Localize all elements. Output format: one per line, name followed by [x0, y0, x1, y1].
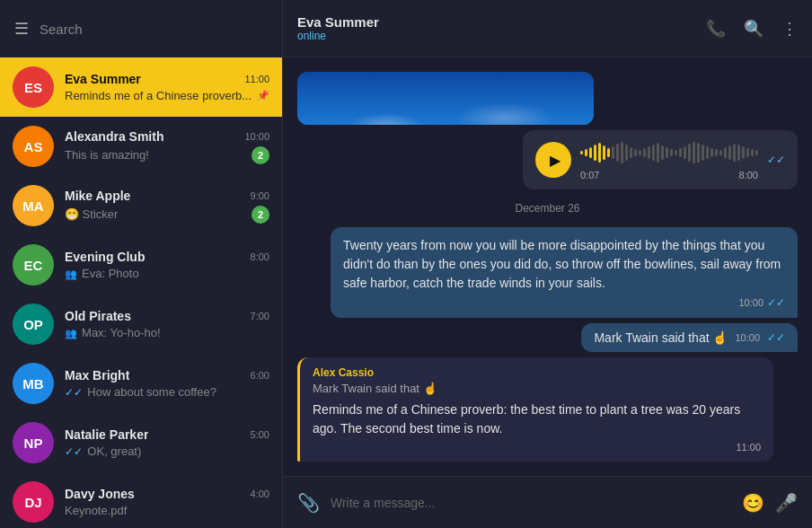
waveform-bar-38 [751, 149, 754, 156]
avatar-alexandra: AS [13, 126, 54, 167]
chat-time-natalie: 5:00 [251, 429, 269, 440]
chat-name-alexandra: Alexandra Smith [65, 129, 163, 144]
waveform-bar-39 [755, 150, 758, 155]
avatar-evening: EC [13, 244, 54, 286]
waveform-bar-7 [612, 146, 614, 159]
avatar-mike: MA [13, 185, 54, 226]
avatar-davy: DJ [13, 481, 54, 523]
avatar-natalie: NP [13, 422, 54, 463]
sidebar: ☰ ESEva Summer11:00Reminds me of a Chine… [0, 0, 283, 528]
chat-time-eva: 11:00 [244, 74, 269, 84]
waveform-bar-10 [625, 145, 628, 161]
chat-item-eva[interactable]: ESEva Summer11:00Reminds me of a Chinese… [0, 57, 282, 117]
play-icon: ▶ [550, 152, 560, 169]
chat-item-natalie[interactable]: NPNatalie Parker5:00✓✓ OK, great) [0, 413, 282, 472]
image-clouds [297, 90, 594, 125]
incoming-text: Reminds me of a Chinese proverb: the bes… [313, 400, 761, 438]
avatar-pirates: OP [13, 304, 54, 345]
audio-current-time: 0:07 [580, 170, 599, 180]
audio-message: ▶ 0:07 8:00 ✓✓ [523, 130, 798, 189]
badge-alexandra: 2 [252, 146, 269, 164]
outgoing-message-long: Twenty years from now you will be more d… [331, 227, 798, 318]
waveform-bar-16 [652, 145, 655, 161]
waveform-bar-0 [580, 151, 583, 154]
chat-item-max[interactable]: MBMax Bright6:00✓✓ How about some coffee… [0, 354, 282, 413]
waveform-bar-18 [661, 145, 664, 160]
messages: Nearly missed this sunrise 7:00 ▶ 0:07 8… [283, 57, 812, 476]
tick-icon-natalie: ✓✓ [65, 445, 85, 458]
waveform-bar-22 [679, 148, 682, 157]
waveform-bar-3 [594, 145, 596, 161]
chat-item-evening[interactable]: ECEvening Club8:00👥 Eva: Photo [0, 235, 282, 295]
waveform-bars [580, 139, 758, 166]
chat-name-natalie: Natalie Parker [65, 427, 148, 442]
search-header-icon[interactable]: 🔍 [744, 19, 763, 39]
chat-header-status: online [297, 30, 706, 42]
audio-total-time: 8:00 [739, 170, 758, 180]
phone-icon[interactable]: 📞 [706, 19, 726, 39]
chat-item-davy[interactable]: DJDavy Jones4:00Keynote.pdf [0, 472, 282, 528]
pin-icon-eva: 📌 [257, 90, 269, 101]
waveform-bar-24 [688, 144, 691, 162]
image-message: Nearly missed this sunrise 7:00 [297, 72, 594, 125]
waveform-bar-37 [746, 148, 749, 157]
waveform-bar-12 [634, 149, 637, 156]
audio-waveform: 0:07 8:00 [580, 139, 758, 180]
chat-name-evening: Evening Club [65, 250, 145, 264]
message-input-area: 📎 😊 🎤 [283, 476, 812, 528]
waveform-bar-5 [603, 145, 605, 160]
chat-info-mike: Mike Apple9:00😁 Sticker2 [65, 189, 269, 224]
chat-preview-alexandra: This is amazing! [65, 148, 246, 162]
chat-info-davy: Davy Jones4:00Keynote.pdf [65, 487, 269, 517]
waveform-bar-8 [616, 144, 619, 162]
mic-icon[interactable]: 🎤 [775, 492, 798, 514]
waveform-bar-13 [639, 150, 641, 155]
waveform-bar-6 [607, 148, 610, 157]
short-message-check: ✓✓ [767, 331, 785, 344]
chat-item-pirates[interactable]: OPOld Pirates7:00👥 Max: Yo-ho-ho! [0, 295, 282, 354]
waveform-bar-25 [693, 142, 695, 163]
chat-list: ESEva Summer11:00Reminds me of a Chinese… [0, 57, 282, 528]
more-icon[interactable]: ⋮ [781, 19, 798, 39]
waveform-bar-27 [702, 145, 704, 161]
attach-icon[interactable]: 📎 [297, 492, 320, 514]
audio-check-icon: ✓✓ [767, 154, 785, 166]
chat-preview-evening: 👥 Eva: Photo [65, 267, 269, 280]
incoming-quote-message: Alex Cassio Mark Twain said that ☝️ Remi… [297, 357, 773, 462]
menu-icon[interactable]: ☰ [14, 19, 29, 39]
waveform-bar-35 [737, 145, 740, 161]
chat-item-mike[interactable]: MAMike Apple9:00😁 Sticker2 [0, 176, 282, 235]
message-check-icon: ✓✓ [767, 296, 785, 309]
play-button[interactable]: ▶ [535, 142, 571, 178]
waveform-bar-36 [742, 146, 745, 159]
chat-name-davy: Davy Jones [65, 487, 135, 501]
audio-time-row: 0:07 8:00 [580, 170, 758, 180]
waveform-bar-19 [666, 147, 668, 158]
chat-header-name: Eva Summer [297, 14, 706, 30]
waveform-bar-30 [715, 149, 718, 156]
chat-time-mike: 9:00 [251, 190, 269, 201]
sidebar-header: ☰ [0, 0, 282, 57]
waveform-bar-14 [643, 148, 646, 157]
search-input-wrapper [40, 22, 268, 37]
quote-text: Mark Twain said that ☝️ [313, 382, 761, 395]
waveform-bar-21 [675, 150, 677, 155]
outgoing-text-long: Twenty years from now you will be more d… [343, 236, 785, 293]
date-divider: December 26 [297, 202, 798, 215]
chat-name-max: Max Bright [65, 368, 129, 383]
chat-name-pirates: Old Pirates [65, 309, 131, 323]
waveform-bar-20 [670, 149, 673, 156]
emoji-icon[interactable]: 😊 [742, 492, 764, 514]
chat-time-pirates: 7:00 [251, 311, 269, 321]
search-input[interactable] [40, 22, 268, 37]
waveform-bar-11 [630, 147, 632, 158]
chat-preview-davy: Keynote.pdf [65, 504, 269, 517]
chat-preview-mike: 😁 Sticker [65, 207, 246, 221]
chat-time-alexandra: 10:00 [244, 131, 269, 142]
tick-icon-max: ✓✓ [65, 386, 85, 399]
chat-info-alexandra: Alexandra Smith10:00This is amazing!2 [65, 129, 269, 164]
chat-preview-natalie: ✓✓ OK, great) [65, 444, 269, 458]
message-input[interactable] [331, 496, 731, 510]
chat-item-alexandra[interactable]: ASAlexandra Smith10:00This is amazing!2 [0, 117, 282, 176]
waveform-bar-2 [589, 147, 592, 158]
